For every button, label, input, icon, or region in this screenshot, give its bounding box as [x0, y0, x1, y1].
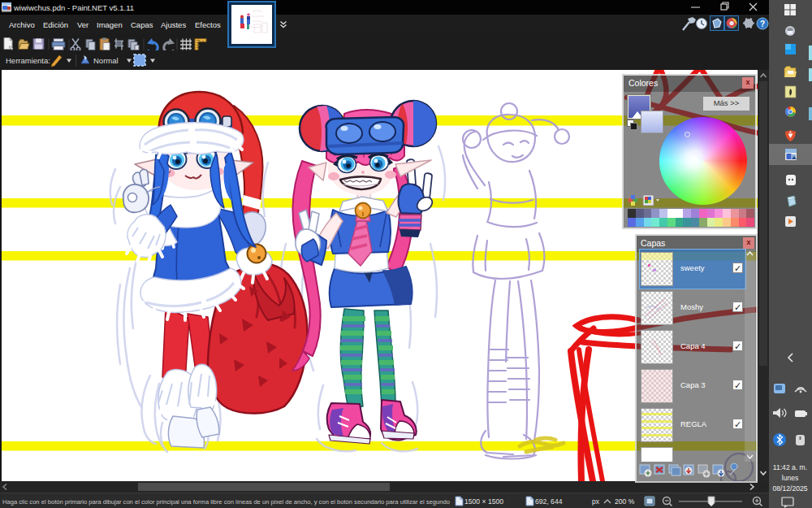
svg-text:11:42 a. m.: 11:42 a. m.: [773, 463, 807, 471]
svg-text:?: ?: [760, 20, 765, 28]
svg-text:08/12/2025: 08/12/2025: [772, 484, 807, 493]
svg-text:lunes: lunes: [782, 474, 799, 482]
